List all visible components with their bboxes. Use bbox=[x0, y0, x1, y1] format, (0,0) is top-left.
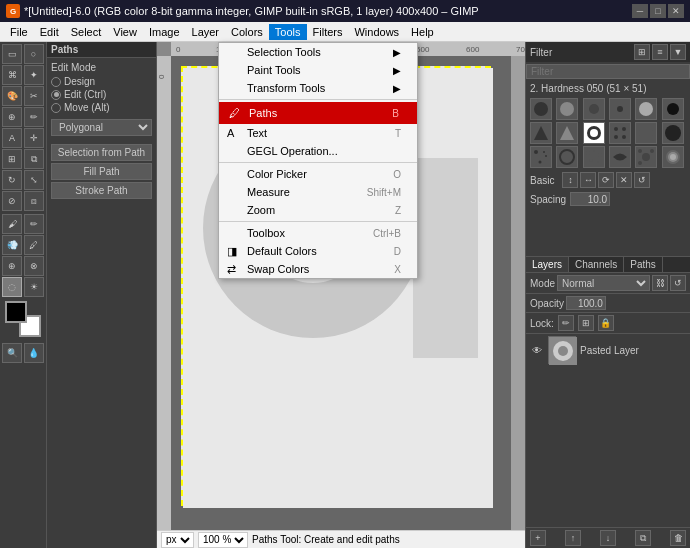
brush-item[interactable] bbox=[583, 146, 605, 168]
mode-move[interactable]: Move (Alt) bbox=[51, 102, 152, 113]
lock-all-icon[interactable]: 🔒 bbox=[598, 315, 614, 331]
menu-select[interactable]: Select bbox=[65, 24, 108, 40]
tool-move[interactable]: ✛ bbox=[24, 128, 44, 148]
spacing-icon-1[interactable]: ↕ bbox=[562, 172, 578, 188]
menu-file[interactable]: File bbox=[4, 24, 34, 40]
delete-layer-button[interactable]: 🗑 bbox=[670, 530, 686, 546]
tool-rect-select[interactable]: ▭ bbox=[2, 44, 22, 64]
brush-item[interactable] bbox=[530, 98, 552, 120]
stroke-path-button[interactable]: Stroke Path bbox=[51, 182, 152, 199]
radio-edit[interactable] bbox=[51, 90, 61, 100]
unit-select[interactable]: px bbox=[161, 532, 194, 548]
spacing-icon-3[interactable]: ⟳ bbox=[598, 172, 614, 188]
tool-clone[interactable]: ⊗ bbox=[24, 256, 44, 276]
tool-scissors[interactable]: ✂ bbox=[24, 86, 44, 106]
canvas-area[interactable]: 0 100 200 300 400 500 600 700 0 bbox=[157, 42, 525, 548]
brushes-filter-input[interactable] bbox=[526, 64, 690, 79]
tool-dodge[interactable]: ☀ bbox=[24, 277, 44, 297]
spacing-icon-4[interactable]: ✕ bbox=[616, 172, 632, 188]
tool-crop[interactable]: ⧉ bbox=[24, 149, 44, 169]
brush-item[interactable] bbox=[609, 98, 631, 120]
tab-layers[interactable]: Layers bbox=[526, 257, 569, 272]
tool-align[interactable]: ⊞ bbox=[2, 149, 22, 169]
mode-reset-icon[interactable]: ↺ bbox=[670, 275, 686, 291]
tool-text[interactable]: A bbox=[2, 128, 22, 148]
tool-blur[interactable]: ◌ bbox=[2, 277, 22, 297]
tool-ink[interactable]: 🖊 bbox=[24, 235, 44, 255]
brush-item[interactable] bbox=[530, 146, 552, 168]
spacing-input[interactable]: 10.0 bbox=[570, 192, 610, 206]
tool-free-select[interactable]: ⌘ bbox=[2, 65, 22, 85]
tool-fuzzy-select[interactable]: ✦ bbox=[24, 65, 44, 85]
tool-paint[interactable]: 🖌 bbox=[2, 214, 22, 234]
lock-alpha-icon[interactable]: ⊞ bbox=[578, 315, 594, 331]
mode-select[interactable]: Normal bbox=[557, 275, 650, 291]
menu-tools[interactable]: Tools bbox=[269, 24, 307, 40]
opacity-input[interactable]: 100.0 bbox=[566, 296, 606, 310]
tool-ellipse-select[interactable]: ○ bbox=[24, 44, 44, 64]
layer-item[interactable]: 👁 Pasted Layer bbox=[526, 334, 690, 366]
duplicate-layer-button[interactable]: ⧉ bbox=[635, 530, 651, 546]
maximize-button[interactable]: □ bbox=[650, 4, 666, 18]
canvas-image[interactable] bbox=[181, 66, 491, 506]
menu-edit[interactable]: Edit bbox=[34, 24, 65, 40]
foreground-color[interactable] bbox=[5, 301, 27, 323]
menu-view[interactable]: View bbox=[107, 24, 143, 40]
brush-item[interactable] bbox=[530, 122, 552, 144]
menu-colors[interactable]: Colors bbox=[225, 24, 269, 40]
tool-paths[interactable]: ✏ bbox=[24, 107, 44, 127]
brush-view-icon[interactable]: ⊞ bbox=[634, 44, 650, 60]
tool-heal[interactable]: ⊕ bbox=[2, 256, 22, 276]
menu-windows[interactable]: Windows bbox=[348, 24, 405, 40]
brush-item[interactable] bbox=[556, 98, 578, 120]
brush-item[interactable] bbox=[556, 146, 578, 168]
menu-help[interactable]: Help bbox=[405, 24, 440, 40]
brush-item[interactable] bbox=[635, 98, 657, 120]
menu-layer[interactable]: Layer bbox=[186, 24, 226, 40]
fill-path-button[interactable]: Fill Path bbox=[51, 163, 152, 180]
tool-shear[interactable]: ⊘ bbox=[2, 191, 22, 211]
menu-image[interactable]: Image bbox=[143, 24, 186, 40]
layer-visibility-icon[interactable]: 👁 bbox=[530, 343, 544, 357]
lock-position-icon[interactable]: ✏ bbox=[558, 315, 574, 331]
brush-item[interactable] bbox=[609, 146, 631, 168]
close-button[interactable]: ✕ bbox=[668, 4, 684, 18]
menu-filters[interactable]: Filters bbox=[307, 24, 349, 40]
tool-airbrush[interactable]: 💨 bbox=[2, 235, 22, 255]
brush-item[interactable] bbox=[662, 98, 684, 120]
minimize-button[interactable]: ─ bbox=[632, 4, 648, 18]
canvas-content[interactable] bbox=[171, 56, 525, 530]
lower-layer-button[interactable]: ↓ bbox=[600, 530, 616, 546]
polygon-select[interactable]: Polygonal bbox=[51, 119, 152, 136]
spacing-icon-5[interactable]: ↺ bbox=[634, 172, 650, 188]
brush-item[interactable] bbox=[556, 122, 578, 144]
raise-layer-button[interactable]: ↑ bbox=[565, 530, 581, 546]
tool-select-by-color[interactable]: 🎨 bbox=[2, 86, 22, 106]
new-layer-button[interactable]: + bbox=[530, 530, 546, 546]
mode-design[interactable]: Design bbox=[51, 76, 152, 87]
radio-design[interactable] bbox=[51, 77, 61, 87]
mode-chain-icon[interactable]: ⛓ bbox=[652, 275, 668, 291]
scrollbar-vertical[interactable] bbox=[511, 56, 525, 534]
brush-item[interactable] bbox=[662, 146, 684, 168]
brush-list-icon[interactable]: ≡ bbox=[652, 44, 668, 60]
zoom-select[interactable]: 100 % bbox=[198, 532, 248, 548]
brush-item[interactable] bbox=[635, 146, 657, 168]
brush-more-icon[interactable]: ▼ bbox=[670, 44, 686, 60]
brush-item[interactable] bbox=[635, 122, 657, 144]
radio-move[interactable] bbox=[51, 103, 61, 113]
tool-perspective[interactable]: ⧈ bbox=[24, 191, 44, 211]
tool-zoom[interactable]: 🔍 bbox=[2, 343, 22, 363]
tool-scale[interactable]: ⤡ bbox=[24, 170, 44, 190]
brush-item[interactable] bbox=[609, 122, 631, 144]
tool-color-picker[interactable]: 💧 bbox=[24, 343, 44, 363]
brush-item[interactable] bbox=[662, 122, 684, 144]
tool-pencil[interactable]: ✏ bbox=[24, 214, 44, 234]
tool-foreground-select[interactable]: ⊕ bbox=[2, 107, 22, 127]
tab-channels[interactable]: Channels bbox=[569, 257, 624, 272]
spacing-icon-2[interactable]: ↔ bbox=[580, 172, 596, 188]
brush-item[interactable] bbox=[583, 98, 605, 120]
fg-bg-color-selector[interactable] bbox=[5, 301, 41, 337]
selection-from-path-button[interactable]: Selection from Path bbox=[51, 144, 152, 161]
mode-edit[interactable]: Edit (Ctrl) bbox=[51, 89, 152, 100]
